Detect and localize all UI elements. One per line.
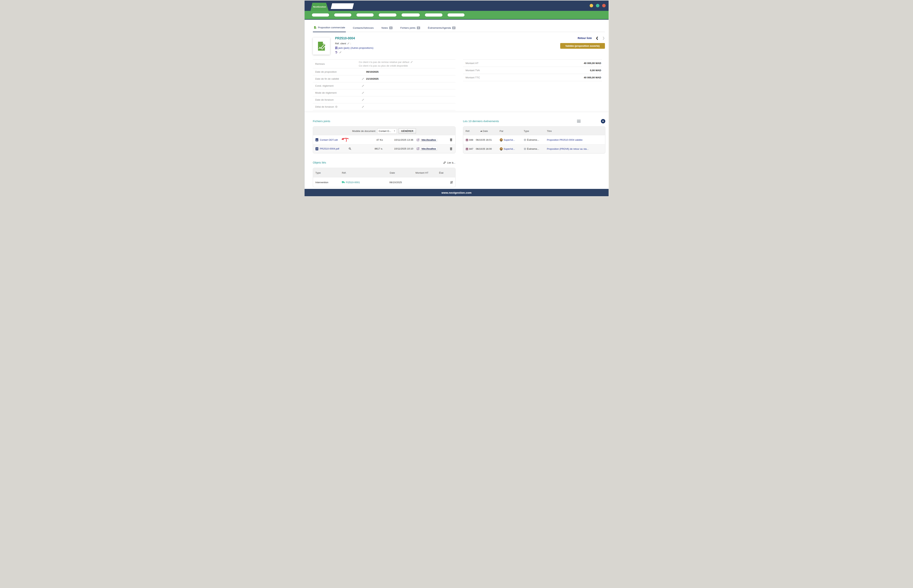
edit-mode-reglement-icon[interactable] [362, 92, 364, 94]
edit-remise-icon[interactable] [410, 61, 413, 63]
amount-label: Montant TTC [466, 76, 480, 79]
attachments-section: Fichiers joints Modèle de document Conta… [313, 119, 455, 153]
col-titre[interactable]: Titre [547, 130, 600, 132]
file-row-odt: w Contart ODT.odt 47 Ko [313, 136, 455, 144]
edit-delai-livraison-icon[interactable] [362, 105, 364, 108]
linked-table-header: Type Réf. Date Montant HT État [313, 168, 455, 178]
amount-label: Montant HT [466, 62, 479, 65]
other-propositions-link[interactable]: (Autres propositions) [350, 47, 373, 49]
delete-file-icon[interactable] [450, 147, 452, 150]
tab-label: Fichiers joints [400, 26, 416, 29]
date-proposition-value: 06/10/2025 [366, 70, 379, 73]
linked-objects-section: Objets liés Lier à... Type Réf. Date Mon… [313, 160, 455, 187]
amounts-table: Montant HT 40 000,00 MAD Montant TVA 0,0… [463, 60, 602, 110]
client-link[interactable]: jack (jack) [338, 47, 350, 49]
col-par[interactable]: Par [500, 130, 524, 132]
document-model-select[interactable]: Contart O... ▼ [377, 128, 397, 134]
back-to-list-link[interactable]: Retour liste [578, 37, 592, 40]
col-date[interactable]: Date [476, 130, 500, 132]
events-menu-icon[interactable] [577, 119, 581, 123]
edit-date-fin-icon[interactable] [362, 78, 364, 80]
detail-row-date-proposition: Date de proposition 06/10/2025 [313, 68, 455, 75]
record-title: PR2510-0004 [335, 36, 373, 40]
edit-project-icon[interactable] [339, 51, 342, 53]
event-user-link[interactable]: SuperAd... [504, 147, 515, 150]
link-to-action[interactable]: Lier à... [443, 161, 455, 164]
tab-contacts-adresses[interactable]: Contacts/Adresses [352, 26, 374, 32]
odt-file-icon: w [316, 138, 318, 141]
company-building-icon [335, 47, 338, 49]
maximize-button[interactable] [596, 4, 599, 7]
col-ref: Réf. [342, 171, 390, 174]
event-title-link[interactable]: Proposition (PROV6) de retour au sta... [547, 147, 600, 150]
amount-row-ttc: Montant TTC 40 000,00 MAD [463, 74, 602, 81]
menu-item-placeholder[interactable] [425, 13, 442, 16]
events-card: Réf. Date Par Type Titre [463, 126, 605, 153]
events-table-header: Réf. Date Par Type Titre [463, 126, 605, 136]
status-badge-button[interactable]: Validée (proposition ouverte) [560, 43, 605, 49]
col-type[interactable]: Type [524, 130, 547, 132]
linked-objects-card: Type Réf. Date Montant HT État Intervent… [313, 168, 455, 187]
linked-ref-link[interactable]: FI2510-0001 [346, 181, 360, 184]
attachments-card: Modèle de document Contart O... ▼ GÉNÉRE… [313, 126, 455, 153]
next-record-icon[interactable]: ❯ [602, 37, 605, 40]
edit-ref-client-icon[interactable] [347, 42, 350, 45]
edit-date-livraison-icon[interactable] [362, 99, 364, 101]
file-public-url-link[interactable]: http://localhos [420, 147, 437, 150]
file-public-url-link[interactable]: http://localhos [420, 138, 437, 141]
file-date: 10/11/2025 10:10 [383, 147, 413, 150]
menu-item-placeholder[interactable] [401, 13, 420, 16]
event-title-link[interactable]: Proposition PR2510-0004 validée [547, 139, 600, 141]
event-user-link[interactable]: SuperAd... [504, 139, 515, 141]
svg-text:w: w [316, 139, 318, 141]
detail-label: Cond. règlement [313, 84, 359, 87]
minimize-button[interactable] [590, 4, 593, 7]
date-fin-validite-value: 21/10/2025 [366, 78, 379, 80]
add-event-button[interactable]: + [601, 119, 605, 123]
menu-item-placeholder[interactable] [448, 13, 465, 16]
window-controls [590, 4, 605, 7]
credit-info-text: Ce client n'a pas ou plus de crédit disp… [359, 64, 408, 68]
menu-item-placeholder[interactable] [356, 13, 374, 16]
linked-type: Intervention [316, 181, 342, 184]
montant-ttc-value: 40 000,00 MAD [584, 76, 601, 79]
proposition-document-icon [316, 41, 327, 52]
external-link-icon[interactable] [417, 139, 419, 141]
tab-notes[interactable]: Notes 1 [381, 26, 393, 32]
external-link-icon[interactable] [417, 147, 419, 150]
close-button[interactable] [602, 4, 605, 7]
pdf-file-link[interactable]: PR2510-0004.pdf [320, 147, 339, 150]
menu-item-placeholder[interactable] [312, 13, 329, 16]
document-model-toolbar: Modèle de document Contart O... ▼ GÉNÉRE… [313, 126, 455, 136]
ref-client-label: Réf. client [335, 42, 346, 45]
edit-cond-reglement-icon[interactable] [362, 85, 364, 87]
tab-evenements-agenda[interactable]: Événements/Agenda 2 [427, 26, 456, 32]
detail-row-delai-livraison: Délai de livraison [313, 103, 455, 110]
event-date: 06/10/25 16:01 [476, 139, 500, 141]
record-type-icon-card [313, 37, 330, 55]
brand-logo: NextGestion [311, 3, 329, 11]
delete-file-icon[interactable] [450, 138, 452, 141]
event-type: Événeme... [527, 147, 539, 150]
generate-button[interactable]: GÉNÉRER [398, 128, 416, 134]
tab-fichiers-joints[interactable]: Fichiers joints 1 [400, 26, 421, 32]
brand-name: NextGestion [313, 6, 326, 8]
unlink-icon[interactable] [450, 181, 453, 184]
record-header: PR2510-0004 Réf. client : jack (ja [313, 36, 605, 55]
tab-proposition-commerciale[interactable]: Proposition commerciale [313, 26, 346, 32]
menu-item-placeholder[interactable] [379, 13, 397, 16]
chevron-down-icon: ▼ [393, 130, 395, 132]
amount-row-ht: Montant HT 40 000,00 MAD [463, 60, 602, 67]
menu-item-placeholder[interactable] [334, 13, 351, 16]
previous-record-icon[interactable]: ❮ [596, 37, 598, 40]
detail-label: Date de proposition [313, 70, 359, 73]
file-row-pdf: PR2510-0004.pdf 8617 o. 10/11/2025 10:10 [313, 144, 455, 153]
preview-magnifier-icon[interactable] [341, 147, 359, 150]
odt-file-link[interactable]: Contart ODT.odt [320, 139, 338, 141]
remise-info-text: Ce client n'a pas de remise relative par… [359, 60, 409, 64]
tab-label: Contacts/Adresses [353, 26, 374, 29]
footer-bar: www.nextgestion.com [304, 189, 609, 196]
col-ref[interactable]: Réf. [466, 130, 476, 132]
project-network-icon[interactable] [335, 51, 338, 54]
detail-label: Délai de livraison [315, 105, 334, 108]
